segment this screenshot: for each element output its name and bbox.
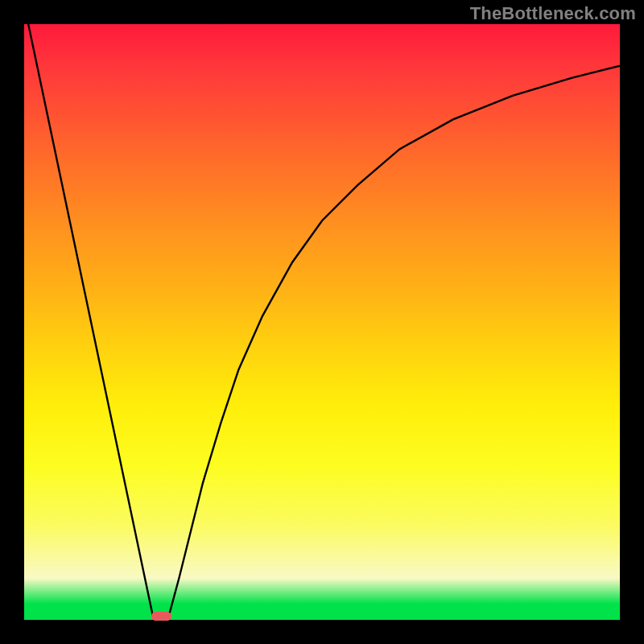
series-left-linear-descent bbox=[28, 24, 153, 616]
optimum-marker bbox=[151, 612, 171, 620]
watermark-text: TheBottleneck.com bbox=[470, 3, 636, 24]
chart-frame: TheBottleneck.com bbox=[0, 0, 644, 644]
plot-area bbox=[24, 24, 620, 620]
series-right-rising-curve bbox=[169, 66, 620, 616]
chart-curve bbox=[24, 24, 620, 620]
